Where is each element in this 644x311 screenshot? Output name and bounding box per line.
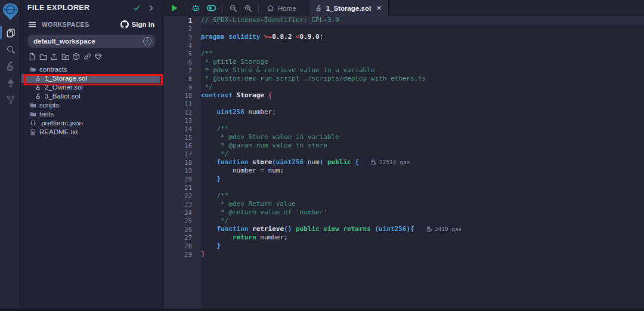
line-number: 14 [164,125,201,133]
code-line-6[interactable]: 6 * @title Storage [164,58,644,66]
file-tree: contracts1_Storage.sol2_Owner.sol3_Ballo… [21,65,162,137]
line-number: 15 [164,133,201,141]
run-script-play-button[interactable] [170,4,179,13]
upload-folder-icon[interactable] [61,53,70,61]
code-line-23[interactable]: 23 * @dev Return value [164,200,644,208]
sidebar-item-git-plugin[interactable] [0,91,21,108]
code-line-19[interactable]: 19 number = num; [164,167,644,175]
sol-file-icon [35,93,42,100]
tab-bar: Home 1_Storage.sol [164,0,644,16]
sidebar-item-deploy-run[interactable] [0,75,21,91]
remix-logo-icon[interactable] [1,2,20,21]
tab-home[interactable]: Home [259,0,304,16]
workspace-caret-icon[interactable] [143,37,151,45]
line-number: 26 [164,225,201,233]
code-line-12[interactable]: 12 uint256 number; [164,108,644,116]
code-line-17[interactable]: 17 */ [164,150,644,158]
zoom-out-icon[interactable] [229,4,237,13]
code-line-13[interactable]: 13 [164,116,644,125]
code-line-25[interactable]: 25 */ [164,217,644,225]
gem-icon[interactable] [94,53,103,61]
tree-item-1-storage-sol[interactable]: 1_Storage.sol [21,74,160,83]
code-line-5[interactable]: 5/** [164,50,644,58]
github-sign-in-button[interactable]: Sign in [120,20,154,29]
ai-toggle-switch[interactable] [206,3,216,13]
code-line-4[interactable]: 4 [164,41,644,50]
code-line-28[interactable]: 28 } [164,242,644,250]
line-number: 11 [164,100,201,108]
tree-item-label: .prettierrc.json [39,119,83,127]
home-icon [267,4,274,12]
tree-item-2-owner-sol[interactable]: 2_Owner.sol [21,83,162,92]
folder-closed-icon [30,102,36,109]
tree-item-readme-txt[interactable]: README.txt [21,128,162,137]
code-line-9[interactable]: 9 */ [164,83,644,91]
explorer-actions [21,48,162,64]
line-number: 4 [164,41,201,50]
icon-panel [0,0,21,311]
code-line-20[interactable]: 20 } [164,175,644,183]
code-line-1[interactable]: 1// SPDX-License-Identifier: GPL-3.0 [164,16,644,24]
upload-file-icon[interactable] [50,53,58,61]
deploy-run-icon [6,78,16,88]
remix-ide-window: FILE EXPLORER WORKSPACES Sign in default… [0,0,644,311]
code-line-14[interactable]: 14 /** [164,125,644,133]
ipfs-cube-icon[interactable] [72,53,80,61]
code-line-7[interactable]: 7 * @dev Store & retrieve value in a var… [164,66,644,75]
code-line-2[interactable]: 2 [164,24,644,33]
line-number: 3 [164,33,201,41]
tree-item--prettierrc-json[interactable]: {}.prettierrc.json [21,119,162,128]
line-number: 23 [164,200,201,208]
panel-header: FILE EXPLORER [21,0,162,16]
workspace-select[interactable]: default_workspace [28,35,155,48]
import-link-icon[interactable] [83,53,92,61]
tree-item-label: contracts [39,66,67,73]
code-line-21[interactable]: 21 [164,183,644,192]
workspaces-menu-icon[interactable] [28,20,36,29]
tab-1-storage-sol[interactable]: 1_Storage.sol [309,0,389,16]
code-line-11[interactable]: 11 [164,100,644,108]
code-line-29[interactable]: 29} [164,250,644,258]
code-line-24[interactable]: 24 * @return value of 'number' [164,208,644,217]
line-number: 28 [164,242,201,250]
code-line-3[interactable]: 3pragma solidity >=0.8.2 <0.9.0; [164,33,644,41]
editor-area: Home 1_Storage.sol 1// SPDX-License-Iden… [164,0,644,311]
line-number: 22 [164,192,201,200]
tree-item-label: README.txt [39,128,78,136]
file-explorer-icon [6,28,16,38]
workspace-name: default_workspace [33,38,143,45]
tree-item-contracts[interactable]: contracts [21,65,162,74]
code-line-26[interactable]: 26 function retrieve() public view retur… [164,225,644,233]
chevron-right-icon[interactable] [148,5,154,11]
line-number: 17 [164,150,201,158]
create-folder-icon[interactable] [39,53,48,61]
code-line-22[interactable]: 22 /** [164,192,644,200]
code-line-8[interactable]: 8 * @custom:dev-run-script ./scripts/dep… [164,75,644,83]
tree-item-tests[interactable]: tests [21,110,162,119]
status-strip [0,309,644,311]
close-tab-icon[interactable] [376,5,382,11]
line-number: 2 [164,24,201,33]
sidebar-item-solidity-compiler[interactable] [0,58,21,75]
sidebar-item-file-explorer[interactable] [0,24,21,41]
code-line-18[interactable]: 18 function store(uint256 num) public {2… [164,158,644,167]
ai-assistant-icon[interactable] [191,4,200,13]
tree-item-label: 3_Ballot.sol [45,93,80,100]
line-number: 9 [164,83,201,91]
accept-check-icon[interactable] [133,4,141,12]
sidebar-item-search[interactable] [0,41,21,58]
tree-item-3-ballot-sol[interactable]: 3_Ballot.sol [21,92,162,101]
code-line-10[interactable]: 10contract Storage { [164,91,644,100]
line-number: 16 [164,141,201,150]
create-file-icon[interactable] [28,53,36,61]
line-number: 12 [164,108,201,116]
tree-item-scripts[interactable]: scripts [21,101,162,110]
zoom-in-icon[interactable] [244,4,252,13]
code-line-27[interactable]: 27 return number; [164,233,644,242]
code-line-15[interactable]: 15 * @dev Store value in variable [164,133,644,141]
code-editor[interactable]: 1// SPDX-License-Identifier: GPL-3.023pr… [164,16,644,309]
code-line-16[interactable]: 16 * @param num value to store [164,141,644,150]
workspaces-label: WORKSPACES [42,21,115,28]
line-number: 13 [164,116,201,125]
sol-file-icon [35,84,42,91]
